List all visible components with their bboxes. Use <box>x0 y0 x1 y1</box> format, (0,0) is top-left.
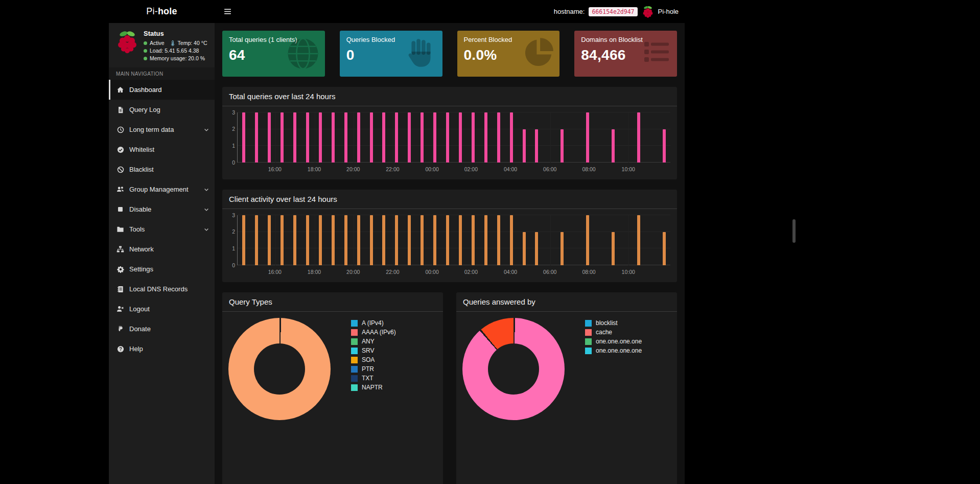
folder-icon <box>116 225 125 233</box>
legend-item-cache[interactable]: cache <box>585 328 642 337</box>
chart-bar <box>293 215 296 265</box>
y-axis: 0123 <box>229 112 237 163</box>
legend-label: A (IPv4) <box>362 319 384 327</box>
chart-bar <box>255 215 258 265</box>
x-tick-label: 22:00 <box>386 166 399 172</box>
chart-bar <box>535 129 538 163</box>
sidebar-item-blacklist[interactable]: Blacklist <box>109 159 215 179</box>
x-tick-label: 20:00 <box>346 269 360 275</box>
legend-label: one.one.one.one <box>596 338 642 345</box>
sidebar-item-donate[interactable]: Donate <box>109 319 215 339</box>
gridline <box>315 215 315 265</box>
chart-bar <box>255 112 258 163</box>
main-content: Total queries (1 clients)64Queries Block… <box>215 23 685 484</box>
sidebar-item-group-management[interactable]: Group Management <box>109 179 215 199</box>
legend-item-naptr[interactable]: NAPTR <box>351 383 396 392</box>
sidebar-item-dashboard[interactable]: Dashboard <box>109 80 215 100</box>
sidebar-item-disable[interactable]: Disable <box>109 199 215 219</box>
legend-swatch <box>585 329 592 336</box>
hamburger-menu-icon[interactable] <box>222 7 232 17</box>
chart-bar <box>421 215 424 265</box>
hostname-label: hostname: <box>554 8 585 15</box>
legend-item-txt[interactable]: TXT <box>351 374 396 383</box>
brand-label: Pi-hole <box>658 8 679 15</box>
app-logo: Pi-hole <box>109 6 215 17</box>
raspberry-icon <box>642 5 654 18</box>
panel-title: Total queries over last 24 hours <box>222 87 677 106</box>
sidebar-item-logout[interactable]: Logout <box>109 299 215 319</box>
donut-hole <box>488 343 539 395</box>
legend-item-blocklist[interactable]: blocklist <box>585 318 642 328</box>
legend-item-ptr[interactable]: PTR <box>351 364 396 374</box>
sidebar-item-label: Tools <box>129 225 145 233</box>
sidebar-item-tools[interactable]: Tools <box>109 219 215 239</box>
logo-prefix: Pi- <box>146 6 158 16</box>
gridline <box>393 215 393 265</box>
chart-bar <box>446 215 449 265</box>
stat-card-percent-blocked: Percent Blocked0.0% <box>457 31 560 77</box>
scrollbar-thumb[interactable] <box>792 219 796 243</box>
client-activity-over-time-chart[interactable]: 0123 16:0018:0020:0022:0000:0002:0004:00… <box>229 215 670 277</box>
legend-swatch <box>351 338 358 345</box>
legend-item-srv[interactable]: SRV <box>351 346 396 355</box>
x-tick-label: 08:00 <box>582 269 595 275</box>
gridline <box>238 145 670 146</box>
gridline <box>238 162 670 163</box>
y-tick-label: 1 <box>232 246 235 251</box>
chart-bar <box>344 215 347 265</box>
status-dot <box>144 49 147 53</box>
sidebar-item-label: Network <box>129 245 154 253</box>
total-queries-over-time-chart[interactable]: 0123 16:0018:0020:0022:0000:0002:0004:00… <box>229 112 670 174</box>
chart-bar <box>421 112 424 163</box>
gridline <box>315 112 315 163</box>
sidebar-item-query-log[interactable]: Query Log <box>109 100 215 120</box>
stat-card-queries-blocked: Queries Blocked0 <box>340 31 442 77</box>
check-circle-icon <box>116 146 125 153</box>
legend-label: SRV <box>362 347 374 354</box>
legend-item-a-ipv4[interactable]: A (IPv4) <box>351 318 396 328</box>
sidebar-item-label: Query Log <box>129 106 160 113</box>
chevron-down-icon <box>203 127 209 133</box>
chart-bar <box>459 215 462 265</box>
donut-hole <box>254 343 305 395</box>
y-tick-label: 2 <box>232 229 235 235</box>
sidebar-item-whitelist[interactable]: Whitelist <box>109 140 215 159</box>
x-tick-label: 02:00 <box>464 166 478 172</box>
x-axis: 16:0018:0020:0022:0000:0002:0004:0006:00… <box>237 269 670 277</box>
legend-label: one.one.one.one <box>596 347 642 354</box>
chart-bar <box>637 215 640 265</box>
sidebar-item-label: Logout <box>129 305 150 313</box>
gridline <box>354 112 354 163</box>
sidebar-item-local-dns-records[interactable]: Local DNS Records <box>109 279 215 299</box>
sidebar-item-settings[interactable]: Settings <box>109 259 215 279</box>
chart-bar <box>497 215 500 265</box>
query-types-donut-chart[interactable] <box>228 318 331 420</box>
question-icon <box>116 345 125 353</box>
legend-item-soa[interactable]: SOA <box>351 355 396 364</box>
legend-item-one-one-one-one[interactable]: one.one.one.one <box>585 337 642 346</box>
chart-bar <box>510 215 513 265</box>
sidebar-item-network[interactable]: Network <box>109 239 215 259</box>
legend-item-any[interactable]: ANY <box>351 337 396 346</box>
legend-item-aaaa-ipv6[interactable]: AAAA (IPv6) <box>351 328 396 337</box>
chart-bar <box>408 112 411 163</box>
sidebar-item-help[interactable]: Help <box>109 339 215 359</box>
panel-title: Client activity over last 24 hours <box>222 190 677 209</box>
gridline <box>238 265 670 265</box>
stat-card-domains-on-blocklist: Domains on Blocklist84,466 <box>574 31 677 77</box>
queries-answered-by-donut-chart[interactable] <box>462 318 565 420</box>
legend-item-one-one-one-one[interactable]: one.one.one.one <box>585 346 642 355</box>
chart-bar <box>637 112 640 163</box>
x-tick-label: 06:00 <box>543 269 556 275</box>
y-tick-label: 3 <box>232 213 235 218</box>
chart-bar <box>586 215 589 265</box>
x-tick-label: 22:00 <box>386 269 399 275</box>
nav-section-label: MAIN NAVIGATION <box>109 67 215 80</box>
chart-bar <box>523 232 526 265</box>
status-line: Memory usage: 20.0 % <box>144 55 212 61</box>
x-tick-label: 02:00 <box>464 269 478 275</box>
gridline <box>550 215 551 265</box>
file-icon <box>116 106 125 113</box>
sidebar-item-long-term-data[interactable]: Long term data <box>109 120 215 140</box>
sidebar-item-label: Whitelist <box>129 146 154 153</box>
